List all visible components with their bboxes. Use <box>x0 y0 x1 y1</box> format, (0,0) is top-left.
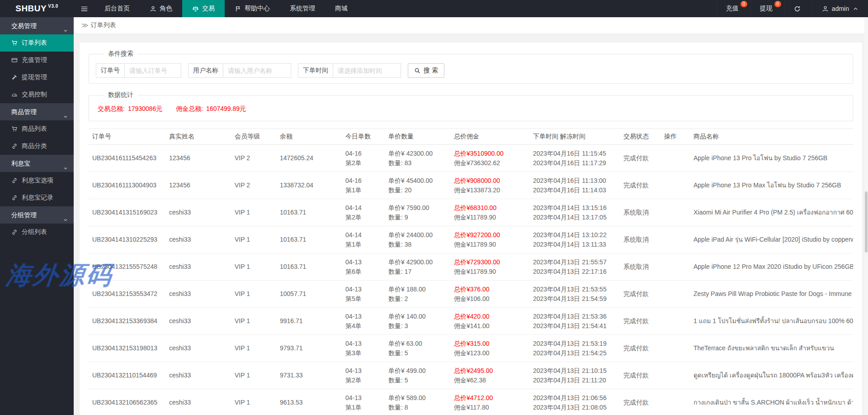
chevron-down-icon <box>63 212 68 229</box>
cell-real-name: 123456 <box>165 172 231 199</box>
cell-price-qty: 单价¥ 140.00数量: 3 <box>385 308 450 335</box>
cell-product: Xiaomi Mi Air Purifier 4 Pro (PM 2.5) เค… <box>690 199 853 226</box>
app-logo-text: SHBUY <box>15 4 47 14</box>
cell-total-commission: 总价¥729300.00佣金¥11789.90 <box>450 253 529 281</box>
cell-today-orders: 04-16第1单 <box>342 172 385 199</box>
sidebar-item-label: 商品分类 <box>22 142 47 150</box>
cell-product: Apple iPad Air รุ่น WiFi-Cellular [2020]… <box>690 226 853 253</box>
cell-balance: 9731.33 <box>276 362 342 389</box>
cell-action <box>660 172 690 199</box>
cell-vip-level: VIP 1 <box>231 226 276 253</box>
sidebar-group-group-mgmt[interactable]: 分组管理 <box>0 206 74 224</box>
top-menu-label: 帮助中心 <box>245 5 270 13</box>
person-icon <box>150 5 156 12</box>
column-header: 会员等级 <box>231 129 276 145</box>
search-input-order-time[interactable] <box>333 63 401 78</box>
cell-real-name: ceshi33 <box>165 199 231 226</box>
cell-total-commission: 总价¥4712.00佣金¥117.80 <box>450 389 529 415</box>
cell-product: ดูดเหรียญได้ เครื่องดูดฝุ่นในรถ 18000PA … <box>690 362 853 389</box>
recharge-button[interactable]: 充值 0 <box>717 0 750 17</box>
top-menu-item-trade[interactable]: 交易 <box>182 0 225 17</box>
top-menu-item-home[interactable]: 后台首页 <box>94 0 140 17</box>
hammer-icon <box>11 74 18 81</box>
cell-real-name: ceshi33 <box>165 308 231 335</box>
cell-status: 完成付款 <box>620 335 660 362</box>
topbar-right: 充值 0 提现 0 admin <box>717 0 868 17</box>
cell-times: 2023年04月16日 11:13:002023年04月16日 11:14:03 <box>529 172 620 199</box>
cell-status: 系统取消 <box>620 253 660 281</box>
search-input-order-no[interactable] <box>125 63 181 78</box>
cell-today-orders: 04-14第1单 <box>342 226 385 253</box>
top-menu-item-mall[interactable]: 商城 <box>325 0 358 17</box>
sidebar: 交易管理订单列表充值管理提现管理交易控制商品管理商品列表商品分类利息宝利息宝选项… <box>0 17 74 415</box>
withdraw-button[interactable]: 提现 0 <box>750 0 784 17</box>
card-icon <box>11 57 18 63</box>
cell-balance: 10163.71 <box>276 199 342 226</box>
search-button[interactable]: 搜 索 <box>408 63 444 78</box>
link-icon <box>11 143 18 149</box>
search-icon <box>414 67 420 74</box>
sidebar-item-label: 订单列表 <box>22 39 47 47</box>
cell-today-orders: 04-13第4单 <box>342 308 385 335</box>
table-row: UB2304132155575248ceshi33VIP 110163.7104… <box>89 253 853 281</box>
cell-today-orders: 04-14第2单 <box>342 199 385 226</box>
sidebar-group-label: 分组管理 <box>11 211 37 219</box>
vertical-scrollbar[interactable] <box>864 17 868 415</box>
cell-order-no: UB2304161115454263 <box>89 145 165 172</box>
cell-price-qty: 单价¥ 45400.00数量: 20 <box>385 172 450 199</box>
cell-times: 2023年04月13日 21:10:152023年04月13日 21:11:20 <box>529 362 620 389</box>
sidebar-item-recharge-mgmt[interactable]: 充值管理 <box>0 52 74 69</box>
scrollbar-thumb[interactable] <box>865 191 868 253</box>
sidebar-item-withdraw-mgmt[interactable]: 提现管理 <box>0 69 74 86</box>
table-row: UB2304132153369384ceshi33VIP 19916.7104-… <box>89 308 853 335</box>
cell-today-orders: 04-13第6单 <box>342 253 385 281</box>
hamburger-menu-button[interactable] <box>74 0 94 17</box>
cell-times: 2023年04月13日 21:53:362023年04月13日 21:54:41 <box>529 308 620 335</box>
cell-product: กางเกงเดินป่า ขาสั้น S.ARCHON ผ้าแห้งเร็… <box>690 389 853 415</box>
sidebar-group-lixibao[interactable]: 利息宝 <box>0 155 74 172</box>
column-header: 真实姓名 <box>165 129 231 145</box>
cell-times: 2023年04月14日 13:10:222023年04月14日 13:11:33 <box>529 226 620 253</box>
sidebar-item-goods-category[interactable]: 商品分类 <box>0 138 74 155</box>
cell-times: 2023年04月16日 11:15:452023年04月16日 11:17:29 <box>529 145 620 172</box>
topbar: SHBUY V3.0 后台首页角色交易帮助中心系统管理商城 充值 0 提现 0 <box>0 0 868 17</box>
scales-icon <box>192 5 199 12</box>
sidebar-group-goods-mgmt[interactable]: 商品管理 <box>0 103 74 120</box>
sidebar-item-trade-control[interactable]: 交易控制 <box>0 86 74 103</box>
cell-total-commission: 总价¥3510900.00佣金¥736302.62 <box>450 145 529 172</box>
refresh-button[interactable] <box>784 0 812 17</box>
column-header: 单价数量 <box>385 129 450 145</box>
cell-order-no: UB2304141310225293 <box>89 226 165 253</box>
cell-product: Zesty Paws Pill Wrap Probiotic Paste for… <box>690 281 853 308</box>
cell-product: TheTerrace ถังขยะพลาสติก ขนาดเล็ก สำหรับ… <box>690 335 853 362</box>
user-menu[interactable]: admin <box>812 0 868 17</box>
top-menu-label: 交易 <box>202 5 215 13</box>
top-menu-item-role[interactable]: 角色 <box>140 0 182 17</box>
cell-total-commission: 总价¥68310.00佣金¥11789.90 <box>450 199 529 226</box>
cell-order-no: UB2304132153553472 <box>89 281 165 308</box>
search-field-label: 用户名称 <box>188 63 223 78</box>
sidebar-item-lixibao-records[interactable]: 利息宝记录 <box>0 189 74 206</box>
top-menu-item-system[interactable]: 系统管理 <box>280 0 325 17</box>
cell-balance: 10057.71 <box>276 281 342 308</box>
cell-times: 2023年04月13日 21:53:552023年04月13日 21:54:59 <box>529 281 620 308</box>
app: SHBUY V3.0 后台首页角色交易帮助中心系统管理商城 充值 0 提现 0 <box>0 0 868 415</box>
cart-icon <box>11 126 18 132</box>
page-title: 订单列表 <box>91 21 116 29</box>
search-input-username[interactable] <box>223 63 291 78</box>
top-menu-item-help[interactable]: 帮助中心 <box>225 0 280 17</box>
cell-today-orders: 04-16第2单 <box>342 145 385 172</box>
cell-balance: 1338732.04 <box>276 172 342 199</box>
sidebar-group-trade-mgmt[interactable]: 交易管理 <box>0 17 74 34</box>
sidebar-item-label: 商品列表 <box>22 125 47 133</box>
sidebar-group-label: 利息宝 <box>11 160 30 167</box>
cell-today-orders: 04-13第2单 <box>342 362 385 389</box>
table-row: UB2304132153198013ceshi33VIP 19793.7104-… <box>89 335 853 362</box>
content: 条件搜索 订单号用户名称下单时间搜 索 数据统计 交易总额:17930086元佣… <box>74 34 868 415</box>
top-menu-label: 商城 <box>335 5 348 13</box>
top-menu-label: 后台首页 <box>104 5 130 13</box>
cell-vip-level: VIP 1 <box>231 335 276 362</box>
table-row: UB2304132110154469ceshi33VIP 19731.3304-… <box>89 362 853 389</box>
sidebar-group-label: 商品管理 <box>11 108 37 115</box>
cell-price-qty: 单价¥ 24400.00数量: 38 <box>385 226 450 253</box>
